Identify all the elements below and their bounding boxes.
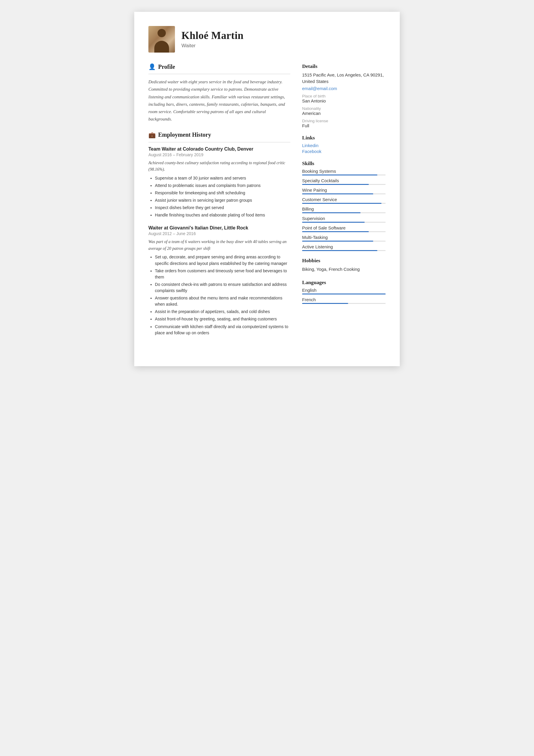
skill-name: Wine Pairing xyxy=(302,188,386,193)
skill-name: Point of Sale Software xyxy=(302,226,386,230)
skill-bar-bg xyxy=(302,250,386,251)
skill-bar-fill xyxy=(302,241,373,242)
skill-item: Wine Pairing xyxy=(302,188,386,194)
candidate-name: Khloé Martin xyxy=(181,30,386,41)
links-section: Links Linkedin Facebook xyxy=(302,135,386,154)
place-of-birth-label: Place of birth xyxy=(302,94,386,98)
profile-divider xyxy=(148,74,290,74)
job-title-1: Team Waiter at Colorado Country Club, De… xyxy=(148,147,290,152)
bullet: Assist in the preparation of appetizers,… xyxy=(155,309,290,315)
links-title: Links xyxy=(302,135,386,141)
profile-section: 👤 Profile Dedicated waiter with eight ye… xyxy=(148,63,290,123)
main-layout: 👤 Profile Dedicated waiter with eight ye… xyxy=(148,63,386,344)
skill-bar-fill xyxy=(302,231,369,232)
bullet: Assist front-of-house by greeting, seati… xyxy=(155,316,290,322)
skills-section: Skills Booking Systems Specialty Cocktai… xyxy=(302,160,386,251)
candidate-title: Waiter xyxy=(181,43,386,49)
skill-bar-bg xyxy=(302,175,386,176)
skill-bar-fill xyxy=(302,203,381,204)
bullet: Set up, decorate, and prepare serving an… xyxy=(155,254,290,266)
right-column: Details 1515 Pacific Ave, Los Angeles, C… xyxy=(302,63,386,344)
skill-name: Booking Systems xyxy=(302,169,386,174)
skill-bar-bg xyxy=(302,222,386,223)
language-bar-bg xyxy=(302,303,386,304)
header-info: Khloé Martin Waiter xyxy=(181,30,386,49)
skill-item: Active Listening xyxy=(302,245,386,251)
job-entry-1: Team Waiter at Colorado Country Club, De… xyxy=(148,147,290,219)
job-bullets-2: Set up, decorate, and prepare serving an… xyxy=(148,254,290,336)
profile-icon: 👤 xyxy=(148,63,156,70)
profile-text: Dedicated waiter with eight years servic… xyxy=(148,78,290,123)
skill-bar-fill xyxy=(302,193,373,194)
skill-bar-fill xyxy=(302,222,365,223)
bullet: Answer questions about the menu items an… xyxy=(155,295,290,308)
job-dates-1: August 2016 – February 2019 xyxy=(148,152,290,157)
resume-page: Khloé Martin Waiter 👤 Profile Dedicated … xyxy=(134,12,400,366)
language-item: English xyxy=(302,288,386,294)
language-name: English xyxy=(302,288,386,293)
employment-section: 💼 Employment History Team Waiter at Colo… xyxy=(148,131,290,336)
skill-name: Billing xyxy=(302,207,386,211)
bullet: Assist junior waiters in servicing large… xyxy=(155,197,290,203)
job-summary-1: Achieved county-best culinary satisfacti… xyxy=(148,159,290,173)
skill-bar-fill xyxy=(302,175,377,176)
job-title-2: Waiter at Giovanni's Italian Diner, Litt… xyxy=(148,225,290,230)
skill-bar-fill xyxy=(302,184,369,185)
skill-name: Customer Service xyxy=(302,197,386,202)
languages-title: Languages xyxy=(302,279,386,285)
nationality-value: American xyxy=(302,111,386,116)
skill-item: Point of Sale Software xyxy=(302,226,386,232)
skill-bar-bg xyxy=(302,203,386,204)
employment-divider xyxy=(148,142,290,142)
languages-list: English French xyxy=(302,288,386,304)
detail-email: email@email.com xyxy=(302,86,386,91)
skills-title: Skills xyxy=(302,160,386,167)
skill-item: Booking Systems xyxy=(302,169,386,176)
detail-address: 1515 Pacific Ave, Los Angeles, CA 90291,… xyxy=(302,72,386,85)
driving-license-label: Driving license xyxy=(302,119,386,123)
skill-bar-fill xyxy=(302,212,361,213)
language-name: French xyxy=(302,297,386,302)
bullet: Handle finishing touches and elaborate p… xyxy=(155,212,290,218)
languages-section: Languages English French xyxy=(302,279,386,304)
details-section: Details 1515 Pacific Ave, Los Angeles, C… xyxy=(302,63,386,128)
avatar-image xyxy=(148,26,175,53)
bullet: Supervise a team of 30 junior waiters an… xyxy=(155,175,290,181)
skill-item: Multi-Tasking xyxy=(302,235,386,242)
profile-section-title: 👤 Profile xyxy=(148,63,290,70)
link-linkedin[interactable]: Linkedin xyxy=(302,143,386,148)
job-bullets-1: Supervise a team of 30 junior waiters an… xyxy=(148,175,290,219)
job-entry-2: Waiter at Giovanni's Italian Diner, Litt… xyxy=(148,225,290,336)
resume-header: Khloé Martin Waiter xyxy=(148,26,386,53)
skill-bar-bg xyxy=(302,212,386,213)
skill-name: Supervision xyxy=(302,216,386,221)
driving-license-value: Full xyxy=(302,123,386,128)
bullet: Inspect dishes before they get served xyxy=(155,205,290,211)
hobbies-section: Hobbies Biking, Yoga, French Cooking xyxy=(302,257,386,273)
bullet: Take orders from customers and timeously… xyxy=(155,268,290,280)
bullet: Do consistent check-ins with patrons to … xyxy=(155,282,290,294)
job-dates-2: August 2012 – June 2016 xyxy=(148,231,290,236)
job-summary-2: Was part of a team of 6 waiters working … xyxy=(148,238,290,252)
bullet: Attend to problematic issues and complai… xyxy=(155,182,290,189)
skill-item: Specialty Cocktails xyxy=(302,178,386,185)
skill-item: Supervision xyxy=(302,216,386,223)
skill-item: Billing xyxy=(302,207,386,213)
skill-name: Multi-Tasking xyxy=(302,235,386,240)
skills-list: Booking Systems Specialty Cocktails Wine… xyxy=(302,169,386,251)
bullet: Responsible for timekeeping and shift sc… xyxy=(155,190,290,196)
bullet: Communicate with kitchen staff directly … xyxy=(155,324,290,336)
language-item: French xyxy=(302,297,386,304)
details-title: Details xyxy=(302,63,386,69)
left-column: 👤 Profile Dedicated waiter with eight ye… xyxy=(148,63,290,344)
nationality-label: Nationality xyxy=(302,106,386,111)
language-bar-fill xyxy=(302,303,348,304)
hobbies-title: Hobbies xyxy=(302,257,386,264)
skill-bar-bg xyxy=(302,184,386,185)
skill-name: Specialty Cocktails xyxy=(302,178,386,183)
language-bar-bg xyxy=(302,293,386,294)
skill-bar-fill xyxy=(302,250,377,251)
link-facebook[interactable]: Facebook xyxy=(302,149,386,154)
employment-icon: 💼 xyxy=(148,131,156,139)
skill-bar-bg xyxy=(302,241,386,242)
